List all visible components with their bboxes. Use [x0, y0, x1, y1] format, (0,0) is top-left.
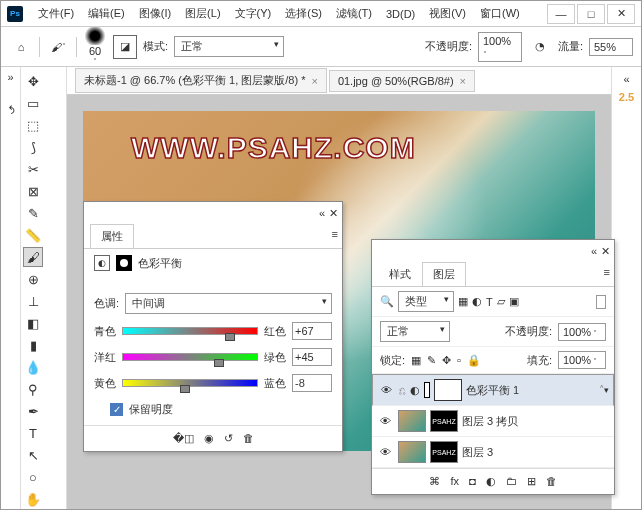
mask-icon[interactable]: ◘: [469, 475, 476, 488]
link-icon[interactable]: ⌘: [429, 475, 440, 488]
search-icon[interactable]: 🔍: [380, 295, 394, 308]
filter-type-icon[interactable]: T: [486, 296, 493, 308]
lock-all-icon[interactable]: 🔒: [467, 354, 481, 367]
layer-name[interactable]: 图层 3 拷贝: [462, 414, 518, 429]
lock-position-icon[interactable]: ✥: [442, 354, 451, 367]
layer-row-color-balance[interactable]: 👁 ⎌ ◐ 色彩平衡 1 ˄: [372, 374, 614, 406]
pressure-opacity-icon[interactable]: ◔: [528, 35, 552, 59]
layer-opacity-input[interactable]: 100%: [558, 323, 606, 341]
eyedropper-tool[interactable]: ✎: [23, 203, 43, 223]
filter-pixel-icon[interactable]: ▦: [458, 295, 468, 308]
crop-tool[interactable]: ✂: [23, 159, 43, 179]
home-icon[interactable]: ⌂: [9, 35, 33, 59]
layer-thumb[interactable]: [398, 441, 426, 463]
brush-tool-icon[interactable]: 🖌: [46, 35, 70, 59]
artboard-tool[interactable]: ▭: [23, 93, 43, 113]
cyan-red-slider[interactable]: [122, 327, 258, 335]
gradient-tool[interactable]: ▮: [23, 335, 43, 355]
tab-layers[interactable]: 图层: [422, 262, 466, 286]
close-icon[interactable]: ×: [460, 75, 466, 87]
menu-view[interactable]: 视图(V): [422, 6, 473, 21]
close-icon[interactable]: ✕: [329, 207, 338, 220]
menu-image[interactable]: 图像(I): [132, 6, 178, 21]
collapse-icon[interactable]: «: [591, 245, 597, 257]
close-icon[interactable]: ✕: [601, 245, 610, 258]
frame-tool[interactable]: ⊠: [23, 181, 43, 201]
tab-styles[interactable]: 样式: [378, 262, 422, 286]
filter-smart-icon[interactable]: ▣: [509, 295, 519, 308]
tone-select[interactable]: 中间调: [125, 293, 332, 314]
layer-name[interactable]: 图层 3: [462, 445, 493, 460]
doc-tab-2[interactable]: 01.jpg @ 50%(RGB/8#) ×: [329, 70, 475, 92]
opacity-input[interactable]: 100%: [478, 32, 522, 62]
group-icon[interactable]: 🗀: [506, 475, 517, 488]
view-icon[interactable]: ◉: [204, 432, 214, 445]
lasso-tool[interactable]: ⟆: [23, 137, 43, 157]
hand-tool[interactable]: ✋: [23, 489, 43, 509]
layer-mask-thumb[interactable]: [434, 379, 462, 401]
pen-tool[interactable]: ✒: [23, 401, 43, 421]
brush-panel-toggle-icon[interactable]: ◪: [113, 35, 137, 59]
doc-tab-1[interactable]: 未标题-1 @ 66.7% (色彩平衡 1, 图层蒙版/8) * ×: [75, 68, 327, 93]
panel-menu-icon[interactable]: ≡: [600, 262, 614, 286]
yellow-blue-slider[interactable]: [122, 379, 258, 387]
fill-input[interactable]: 100%: [558, 351, 606, 369]
ruler-tool[interactable]: 📏: [23, 225, 43, 245]
link-icon[interactable]: ⎌: [399, 384, 406, 396]
lock-artboard-icon[interactable]: ▫: [457, 354, 461, 366]
menu-file[interactable]: 文件(F): [31, 6, 81, 21]
trash-icon[interactable]: 🗑: [243, 432, 254, 445]
filter-toggle[interactable]: [596, 295, 606, 309]
trash-icon[interactable]: 🗑: [546, 475, 557, 488]
expand-icon[interactable]: ˄: [599, 384, 605, 397]
collapse-icon[interactable]: «: [623, 73, 629, 85]
layer-row-3[interactable]: 👁 PSAHZ 图层 3: [372, 437, 614, 468]
brush-tool[interactable]: 🖌: [23, 247, 43, 267]
cyan-red-value[interactable]: +67: [292, 322, 332, 340]
filter-shape-icon[interactable]: ▱: [497, 295, 505, 308]
eraser-tool[interactable]: ◧: [23, 313, 43, 333]
filter-type-select[interactable]: 类型: [398, 291, 454, 312]
menu-type[interactable]: 文字(Y): [228, 6, 279, 21]
healing-tool[interactable]: ⊕: [23, 269, 43, 289]
clone-tool[interactable]: ⊥: [23, 291, 43, 311]
collapse-icon[interactable]: «: [319, 207, 325, 219]
blur-tool[interactable]: 💧: [23, 357, 43, 377]
new-layer-icon[interactable]: ⊞: [527, 475, 536, 488]
menu-window[interactable]: 窗口(W): [473, 6, 527, 21]
brush-preset-picker[interactable]: 60: [83, 27, 107, 66]
menu-select[interactable]: 选择(S): [278, 6, 329, 21]
preserve-luminosity-checkbox[interactable]: ✓ 保留明度: [110, 402, 332, 417]
magenta-green-value[interactable]: +45: [292, 348, 332, 366]
clip-icon[interactable]: �◫: [173, 432, 194, 445]
yellow-blue-value[interactable]: -8: [292, 374, 332, 392]
type-tool[interactable]: T: [23, 423, 43, 443]
move-tool[interactable]: ✥: [23, 71, 43, 91]
window-close-button[interactable]: ✕: [607, 4, 635, 24]
layer-thumb[interactable]: [398, 410, 426, 432]
layer-thumb-text[interactable]: PSAHZ: [430, 410, 458, 432]
properties-panel[interactable]: « ✕ 属性 ≡ ◐ 色彩平衡 色调: 中间调 青色 红色 +67 洋红 绿色 …: [83, 201, 343, 452]
fx-icon[interactable]: fx: [450, 475, 459, 488]
layer-thumb-text[interactable]: PSAHZ: [430, 441, 458, 463]
menu-filter[interactable]: 滤镜(T): [329, 6, 379, 21]
visibility-icon[interactable]: 👁: [381, 384, 395, 396]
menu-3d[interactable]: 3D(D): [379, 8, 422, 20]
expand-icon[interactable]: »: [7, 71, 13, 83]
filter-adjust-icon[interactable]: ◐: [472, 295, 482, 308]
window-maximize-button[interactable]: □: [577, 4, 605, 24]
menu-layer[interactable]: 图层(L): [178, 6, 227, 21]
mask-icon[interactable]: [116, 255, 132, 271]
flow-input[interactable]: 55%: [589, 38, 633, 56]
dodge-tool[interactable]: ⚲: [23, 379, 43, 399]
menu-edit[interactable]: 编辑(E): [81, 6, 132, 21]
adjustment-icon[interactable]: ◐: [486, 475, 496, 488]
path-tool[interactable]: ↖: [23, 445, 43, 465]
visibility-icon[interactable]: 👁: [380, 446, 394, 458]
marquee-tool[interactable]: ⬚: [23, 115, 43, 135]
visibility-icon[interactable]: 👁: [380, 415, 394, 427]
lock-paint-icon[interactable]: ✎: [427, 354, 436, 367]
panel-menu-icon[interactable]: ≡: [328, 224, 342, 248]
blend-mode-select[interactable]: 正常: [174, 36, 284, 57]
layer-name[interactable]: 色彩平衡 1: [466, 383, 519, 398]
